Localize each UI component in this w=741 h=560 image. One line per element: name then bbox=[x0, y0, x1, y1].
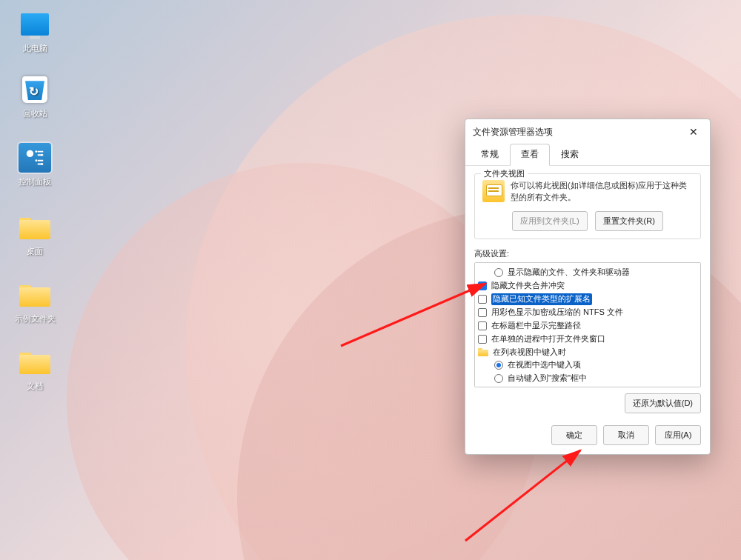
dialog-footer: 确定 取消 应用(A) bbox=[465, 419, 710, 454]
advanced-settings-tree[interactable]: 显示隐藏的文件、文件夹和驱动器 隐藏文件夹合并冲突 隐藏已知文件类型的扩展名 用… bbox=[474, 262, 701, 387]
opt-list-typing-group[interactable]: 在列表视图中键入时 bbox=[476, 346, 699, 359]
desktop-icon-label: 示例文件夹 bbox=[9, 313, 61, 324]
radio-icon[interactable] bbox=[494, 361, 503, 370]
desktop-icon-documents[interactable]: 文档 bbox=[9, 347, 61, 392]
folder-icon bbox=[19, 283, 50, 307]
svg-point-2 bbox=[41, 154, 43, 156]
svg-point-3 bbox=[35, 159, 37, 161]
folder-icon bbox=[482, 180, 505, 202]
cancel-button[interactable]: 取消 bbox=[603, 425, 649, 445]
checkbox-icon[interactable] bbox=[478, 295, 487, 304]
folder-icon bbox=[19, 216, 50, 239]
close-button[interactable]: ✕ bbox=[683, 124, 704, 140]
desktop-icon-this-pc[interactable]: 此电脑 bbox=[9, 10, 61, 54]
desktop-icon-sample-folder[interactable]: 示例文件夹 bbox=[9, 280, 61, 324]
svg-line-6 bbox=[465, 450, 580, 541]
monitor-icon bbox=[21, 13, 49, 36]
tab-general[interactable]: 常规 bbox=[470, 144, 510, 166]
dialog-tabs: 常规 查看 搜索 bbox=[465, 143, 710, 166]
radio-icon[interactable] bbox=[494, 268, 503, 277]
reset-folders-button[interactable]: 重置文件夹(R) bbox=[595, 211, 663, 231]
desktop-icon-control-panel[interactable]: 控制面板 bbox=[9, 143, 61, 187]
tab-view[interactable]: 查看 bbox=[510, 144, 550, 166]
opt-separate-process[interactable]: 在单独的进程中打开文件夹窗口 bbox=[476, 333, 699, 346]
opt-full-path-title[interactable]: 在标题栏中显示完整路径 bbox=[476, 319, 699, 333]
svg-line-5 bbox=[341, 284, 485, 346]
checkbox-icon[interactable] bbox=[478, 281, 487, 290]
opt-show-hidden[interactable]: 显示隐藏的文件、文件夹和驱动器 bbox=[476, 266, 699, 279]
recycle-bin-icon bbox=[22, 76, 47, 103]
opt-list-typing-select[interactable]: 在视图中选中键入项 bbox=[476, 359, 699, 372]
desktop-icon-label: 控制面板 bbox=[9, 176, 61, 187]
svg-point-1 bbox=[35, 150, 37, 153]
radio-icon[interactable] bbox=[494, 374, 503, 383]
checkbox-icon[interactable] bbox=[478, 321, 487, 330]
desktop-icon-label: 回收站 bbox=[9, 108, 61, 119]
apply-button[interactable]: 应用(A) bbox=[655, 425, 701, 445]
desktop-icon-desktop-folder[interactable]: 桌面 bbox=[9, 213, 61, 257]
folder-options-dialog[interactable]: 文件资源管理器选项 ✕ 常规 查看 搜索 文件夹视图 你可以将此视图(如详细信息… bbox=[465, 119, 711, 455]
dialog-titlebar[interactable]: 文件资源管理器选项 ✕ bbox=[465, 119, 710, 143]
folder-icon bbox=[478, 347, 488, 356]
advanced-settings-label: 高级设置: bbox=[474, 248, 701, 259]
annotation-arrow-ok bbox=[458, 444, 591, 551]
svg-point-0 bbox=[27, 150, 33, 157]
opt-hide-merge-conflict[interactable]: 隐藏文件夹合并冲突 bbox=[476, 279, 699, 293]
control-panel-icon bbox=[19, 143, 51, 173]
opt-ntfs-color[interactable]: 用彩色显示加密或压缩的 NTFS 文件 bbox=[476, 306, 699, 319]
opt-list-typing-search[interactable]: 自动键入到"搜索"框中 bbox=[476, 372, 699, 385]
restore-defaults-button[interactable]: 还原为默认值(D) bbox=[625, 393, 701, 413]
checkbox-icon[interactable] bbox=[478, 308, 487, 317]
folder-icon bbox=[19, 350, 50, 374]
svg-point-4 bbox=[41, 163, 43, 165]
ok-button[interactable]: 确定 bbox=[551, 425, 597, 445]
checkbox-icon[interactable] bbox=[478, 335, 487, 344]
tab-search[interactable]: 搜索 bbox=[550, 144, 590, 166]
folder-view-description: 你可以将此视图(如详细信息或图标)应用于这种类型的所有文件夹。 bbox=[511, 180, 693, 204]
desktop-icon-label: 桌面 bbox=[9, 246, 61, 257]
desktop-icon-label: 此电脑 bbox=[9, 43, 61, 54]
folder-view-group-title: 文件夹视图 bbox=[481, 168, 528, 179]
desktop-icon-label: 文档 bbox=[9, 381, 61, 392]
opt-thumb-icons[interactable]: 在缩略图上显示文件图标 bbox=[476, 385, 699, 387]
opt-hide-known-extensions[interactable]: 隐藏已知文件类型的扩展名 bbox=[476, 293, 699, 306]
desktop-icon-recycle-bin[interactable]: 回收站 bbox=[9, 75, 61, 119]
folder-view-group: 文件夹视图 你可以将此视图(如详细信息或图标)应用于这种类型的所有文件夹。 应用… bbox=[474, 173, 701, 239]
dialog-title: 文件资源管理器选项 bbox=[473, 126, 553, 139]
desktop[interactable]: 此电脑 回收站 控制面板 桌面 示例文件夹 文档 文件资源管理器选项 ✕ 常规 … bbox=[0, 0, 741, 560]
apply-to-folders-button[interactable]: 应用到文件夹(L) bbox=[512, 211, 587, 231]
